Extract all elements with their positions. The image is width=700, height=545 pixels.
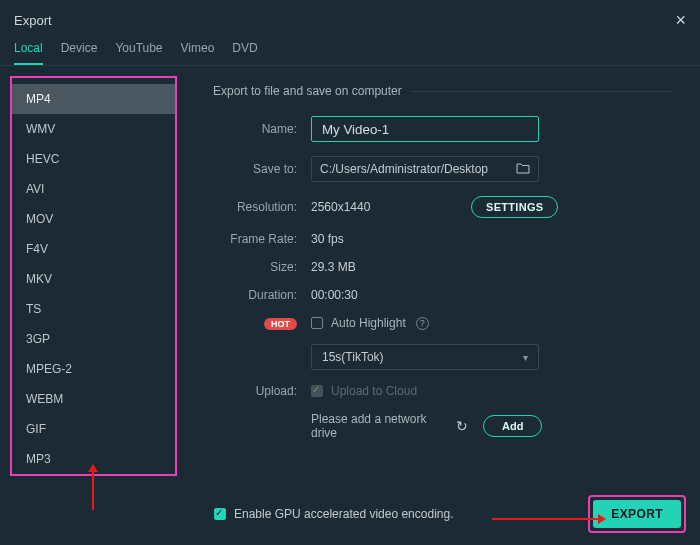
format-item-hevc[interactable]: HEVC [12,144,175,174]
close-icon[interactable]: × [675,10,686,31]
format-item-mpeg2[interactable]: MPEG-2 [12,354,175,384]
size-label: Size: [213,260,297,274]
resolution-value: 2560x1440 [311,200,471,214]
section-title: Export to file and save on computer [213,84,402,98]
saveto-label: Save to: [213,162,297,176]
resolution-label: Resolution: [213,200,297,214]
autohighlight-checkbox[interactable] [311,317,323,329]
upload-checkbox [311,385,323,397]
name-label: Name: [213,122,297,136]
preset-value: 15s(TikTok) [322,350,384,364]
tab-youtube[interactable]: YouTube [115,41,162,65]
divider [410,91,672,92]
duration-value: 00:00:30 [311,288,358,302]
export-button[interactable]: EXPORT [593,500,681,528]
format-item-wmv[interactable]: WMV [12,114,175,144]
tab-dvd[interactable]: DVD [232,41,257,65]
format-item-ts[interactable]: TS [12,294,175,324]
size-value: 29.3 MB [311,260,356,274]
gpu-checkbox[interactable] [214,508,226,520]
refresh-icon[interactable]: ↻ [451,415,473,437]
format-item-f4v[interactable]: F4V [12,234,175,264]
format-item-mp4[interactable]: MP4 [12,84,175,114]
tab-device[interactable]: Device [61,41,98,65]
tab-vimeo[interactable]: Vimeo [181,41,215,65]
add-button[interactable]: Add [483,415,542,437]
autohighlight-label: Auto Highlight [331,316,406,330]
saveto-field[interactable]: C:/Users/Administrator/Desktop [311,156,539,182]
format-list: MP4 WMV HEVC AVI MOV F4V MKV TS 3GP MPEG… [10,76,177,476]
format-item-3gp[interactable]: 3GP [12,324,175,354]
annotation-arrow-up-icon [92,470,94,510]
chevron-down-icon: ▾ [523,352,528,363]
duration-label: Duration: [213,288,297,302]
format-item-mov[interactable]: MOV [12,204,175,234]
annotation-arrow-right-icon [492,518,600,520]
format-item-avi[interactable]: AVI [12,174,175,204]
upload-value: Upload to Cloud [331,384,417,398]
hot-badge: HOT [264,318,297,330]
network-drive-msg: Please add a network drive [311,412,451,440]
framerate-value: 30 fps [311,232,344,246]
format-item-gif[interactable]: GIF [12,414,175,444]
format-item-webm[interactable]: WEBM [12,384,175,414]
export-tabs: Local Device YouTube Vimeo DVD [0,31,700,66]
preset-select[interactable]: 15s(TikTok) ▾ [311,344,539,370]
tab-local[interactable]: Local [14,41,43,65]
folder-icon[interactable] [516,162,530,177]
upload-label: Upload: [213,384,297,398]
saveto-value: C:/Users/Administrator/Desktop [320,162,488,176]
gpu-label: Enable GPU accelerated video encoding. [234,507,453,521]
help-icon[interactable]: ? [416,317,429,330]
format-item-mkv[interactable]: MKV [12,264,175,294]
name-input[interactable] [311,116,539,142]
settings-button[interactable]: SETTINGS [471,196,558,218]
window-title: Export [14,13,52,28]
framerate-label: Frame Rate: [213,232,297,246]
